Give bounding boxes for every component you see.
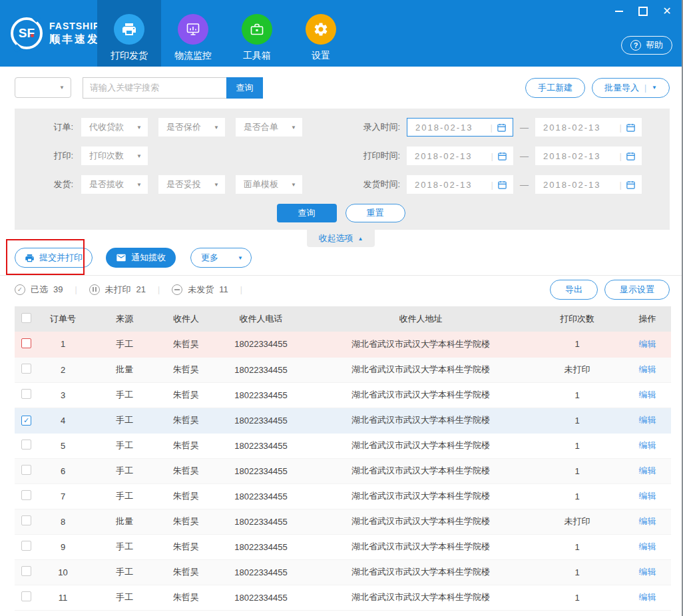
date-range-dash: — (520, 151, 529, 161)
keyword-search-input[interactable] (83, 77, 226, 99)
order-no-cell: 6 (38, 458, 88, 483)
filter-reset-button[interactable]: 重置 (345, 204, 405, 222)
row-checkbox[interactable] (21, 490, 31, 500)
calendar-icon (626, 123, 636, 133)
filter-panel: 订单: 代收贷款▼ 是否保价▼ 是否合单▼ 录入时间: 2018-02-13 |… (15, 109, 670, 230)
print-count-cell: 1 (531, 559, 624, 585)
phone-cell: 18022334455 (211, 559, 311, 585)
col-header-address: 收件人地址 (311, 306, 531, 332)
cod-select[interactable]: 代收贷款▼ (81, 118, 148, 137)
row-checkbox[interactable] (21, 364, 31, 374)
ship-date-to[interactable]: 2018-02-13 | (535, 175, 642, 194)
table-body: 1手工朱哲昊18022334455湖北省武汉市武汉大学本科生学院楼1编辑2批量朱… (15, 332, 671, 616)
edit-link[interactable]: 编辑 (639, 592, 656, 602)
edit-link[interactable]: 编辑 (639, 465, 656, 475)
nav-tab-settings[interactable]: 设置 (289, 0, 353, 67)
notify-pickup-button[interactable]: 通知揽收 (106, 248, 176, 268)
toolbox-icon (242, 14, 272, 45)
address-cell: 湖北省武汉市武汉大学本科生学院楼 (311, 509, 531, 534)
source-cell: 手工 (88, 483, 161, 509)
edit-link[interactable]: 编辑 (639, 440, 656, 450)
edit-link[interactable]: 编辑 (639, 390, 656, 400)
minimize-button[interactable] (614, 7, 624, 16)
print-count-select[interactable]: 打印次数▼ (81, 147, 148, 165)
batch-import-button[interactable]: 批量导入 | ▼ (592, 78, 670, 98)
display-settings-button[interactable]: 显示设置 (604, 280, 670, 300)
row-checkbox[interactable] (21, 566, 31, 576)
print-count-cell: 1 (531, 408, 624, 433)
divider: | (620, 123, 622, 133)
row-checkbox[interactable] (21, 515, 31, 525)
manual-create-button[interactable]: 手工新建 (525, 78, 585, 98)
divider: | (158, 285, 160, 294)
order-no-cell: 4 (38, 408, 88, 433)
table-row: ✓4手工朱哲昊18022334455湖北省武汉市武汉大学本科生学院楼1编辑 (15, 408, 671, 433)
help-label: 帮助 (646, 39, 663, 51)
order-no-cell: 3 (38, 382, 88, 408)
select-all-checkbox[interactable] (21, 313, 31, 323)
waybill-template-select[interactable]: 面单模板▼ (236, 175, 302, 194)
print-date-to[interactable]: 2018-02-13 | (535, 147, 642, 165)
address-cell: 湖北省武汉市武汉大学本科生学院楼 (311, 534, 531, 559)
edit-link[interactable]: 编辑 (639, 415, 656, 425)
selected-count: 已选 39 (15, 284, 63, 296)
operation-cell: 编辑 (624, 458, 671, 483)
table-row: 11手工朱哲昊18022334455湖北省武汉市武汉大学本科生学院楼1编辑 (15, 585, 671, 610)
collapse-options-toggle[interactable]: 收起选项 ▲ (307, 230, 375, 247)
insured-select[interactable]: 是否保价▼ (158, 118, 225, 137)
print-count-cell: 1 (531, 585, 624, 610)
recipient-cell: 朱哲昊 (161, 559, 211, 585)
delivered-select[interactable]: 是否妥投▼ (158, 175, 225, 194)
divider: | (620, 180, 622, 190)
operation-cell: 编辑 (624, 534, 671, 559)
export-button[interactable]: 导出 (550, 280, 598, 300)
selection-summary-bar: 已选 39 | 未打印 21 | 未发货 11 | 导出 显示设置 (0, 275, 682, 303)
help-button[interactable]: ? 帮助 (621, 36, 672, 55)
row-checkbox[interactable]: ✓ (21, 416, 31, 426)
phone-cell: 18022334455 (211, 509, 311, 534)
chevron-down-icon: ▼ (59, 85, 65, 91)
search-type-select[interactable]: ▼ (15, 77, 71, 98)
row-checkbox[interactable] (21, 338, 31, 348)
filter-query-button[interactable]: 查询 (277, 204, 337, 222)
divider: | (644, 83, 646, 93)
edit-link[interactable]: 编辑 (639, 491, 656, 501)
filter-label-ship: 发货: (40, 178, 73, 190)
phone-cell: 18022334455 (211, 382, 311, 408)
address-cell: 湖北省武汉市武汉大学本科生学院楼 (311, 559, 531, 585)
print-date-from[interactable]: 2018-02-13 | (407, 147, 513, 165)
app-header: ✕ SF FASTSHIP 顺丰速发 打印发货 (0, 0, 682, 67)
row-checkbox[interactable] (21, 541, 31, 551)
nav-tab-logistics-monitor[interactable]: 物流监控 (161, 0, 225, 67)
entry-date-to[interactable]: 2018-02-13 | (535, 118, 642, 137)
row-checkbox[interactable] (21, 389, 31, 399)
edit-link[interactable]: 编辑 (639, 516, 656, 526)
search-query-button[interactable]: 查询 (226, 77, 263, 99)
close-button[interactable]: ✕ (662, 7, 672, 16)
edit-link[interactable]: 编辑 (639, 339, 656, 349)
maximize-button[interactable] (638, 7, 648, 16)
submit-and-print-button[interactable]: 提交并打印 (15, 248, 93, 268)
col-header-operation: 操作 (624, 306, 671, 332)
nav-tab-toolbox[interactable]: 工具箱 (225, 0, 289, 67)
row-checkbox[interactable] (21, 591, 31, 601)
entry-date-from[interactable]: 2018-02-13 | (407, 118, 513, 137)
operation-cell: 编辑 (624, 433, 671, 458)
recipient-cell: 朱哲昊 (161, 509, 211, 534)
pickup-select[interactable]: 是否揽收▼ (81, 175, 148, 194)
merged-order-select[interactable]: 是否合单▼ (236, 118, 302, 137)
edit-link[interactable]: 编辑 (639, 364, 656, 374)
address-cell: 湖北省武汉市武汉大学本科生学院楼 (311, 332, 531, 357)
edit-link[interactable]: 编辑 (639, 541, 656, 551)
orders-table: 订单号 来源 收件人 收件人电话 收件人地址 打印次数 操作 1手工朱哲昊180… (15, 306, 671, 616)
row-checkbox[interactable] (21, 440, 31, 450)
row-checkbox[interactable] (21, 465, 31, 475)
nav-tab-print-ship[interactable]: 打印发货 (97, 0, 161, 67)
address-cell: 湖北省武汉市武汉大学本科生学院楼 (311, 382, 531, 408)
edit-link[interactable]: 编辑 (639, 567, 656, 577)
more-actions-dropdown[interactable]: 更多 ▼ (190, 248, 252, 268)
source-cell: 手工 (88, 433, 161, 458)
table-row: 3手工朱哲昊18022334455湖北省武汉市武汉大学本科生学院楼1编辑 (15, 382, 671, 408)
recipient-cell: 朱哲昊 (161, 585, 211, 610)
ship-date-from[interactable]: 2018-02-13 | (407, 175, 513, 194)
